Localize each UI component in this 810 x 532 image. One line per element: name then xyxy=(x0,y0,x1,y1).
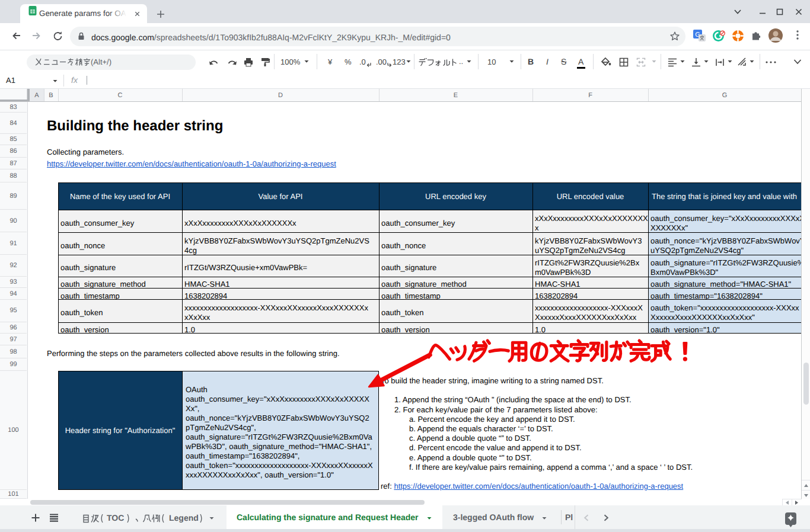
svg-text:Legend: Legend xyxy=(169,513,199,523)
svg-text:TOC: TOC xyxy=(107,513,124,523)
svg-text:...: ... xyxy=(459,58,464,66)
